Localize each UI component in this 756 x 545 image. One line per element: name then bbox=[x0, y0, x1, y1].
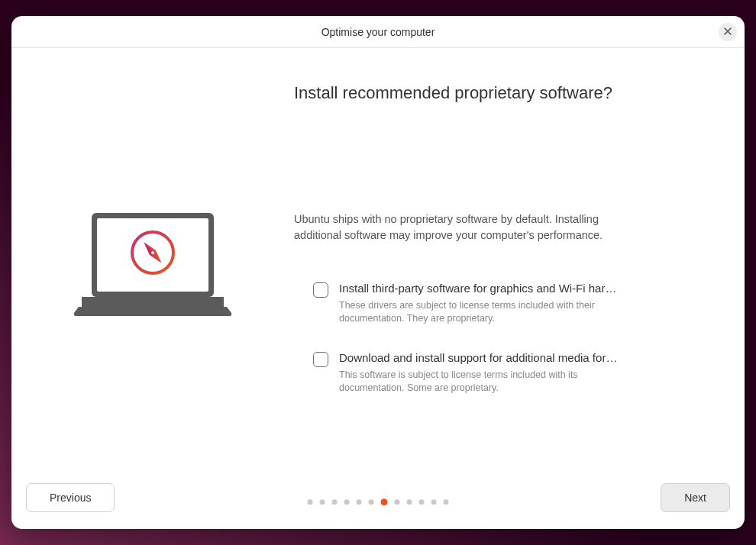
progress-dot bbox=[381, 498, 388, 505]
close-button[interactable] bbox=[719, 23, 737, 41]
previous-button[interactable]: Previous bbox=[26, 483, 115, 512]
titlebar: Optimise your computer bbox=[11, 16, 745, 48]
footer: Previous Next bbox=[11, 477, 745, 529]
checkbox-media-formats[interactable] bbox=[313, 352, 328, 367]
progress-dot bbox=[419, 499, 425, 505]
option-third-party-drivers: Install third-party software for graphic… bbox=[294, 282, 622, 325]
progress-dot bbox=[369, 499, 374, 505]
progress-dot bbox=[332, 499, 338, 505]
progress-dots bbox=[308, 499, 449, 505]
progress-dot bbox=[444, 499, 449, 505]
laptop-illustration bbox=[73, 209, 233, 316]
checkbox-third-party-drivers[interactable] bbox=[313, 282, 328, 298]
option-title: Download and install support for additio… bbox=[339, 351, 622, 364]
illustration-column bbox=[11, 48, 294, 477]
option-text: Install third-party software for graphic… bbox=[339, 282, 622, 325]
window-title: Optimise your computer bbox=[321, 26, 435, 38]
option-text: Download and install support for additio… bbox=[339, 351, 622, 395]
option-subtitle: These drivers are subject to license ter… bbox=[339, 299, 622, 325]
option-title: Install third-party software for graphic… bbox=[339, 282, 622, 295]
progress-dot bbox=[344, 499, 350, 505]
next-button[interactable]: Next bbox=[661, 483, 730, 512]
progress-dot bbox=[395, 499, 400, 505]
content-area: Install recommended proprietary software… bbox=[11, 48, 745, 477]
progress-dot bbox=[431, 499, 437, 505]
installer-window: Optimise your computer bbox=[11, 16, 745, 529]
progress-dot bbox=[407, 499, 412, 505]
svg-rect-4 bbox=[82, 297, 224, 308]
option-media-formats: Download and install support for additio… bbox=[294, 351, 622, 395]
progress-dot bbox=[320, 499, 325, 505]
page-heading: Install recommended proprietary software… bbox=[294, 83, 699, 103]
option-subtitle: This software is subject to license term… bbox=[339, 369, 622, 395]
text-column: Install recommended proprietary software… bbox=[294, 48, 745, 477]
progress-dot bbox=[308, 499, 313, 505]
progress-dot bbox=[357, 499, 362, 505]
close-icon bbox=[723, 26, 732, 37]
page-description: Ubuntu ships with no proprietary softwar… bbox=[294, 211, 622, 243]
